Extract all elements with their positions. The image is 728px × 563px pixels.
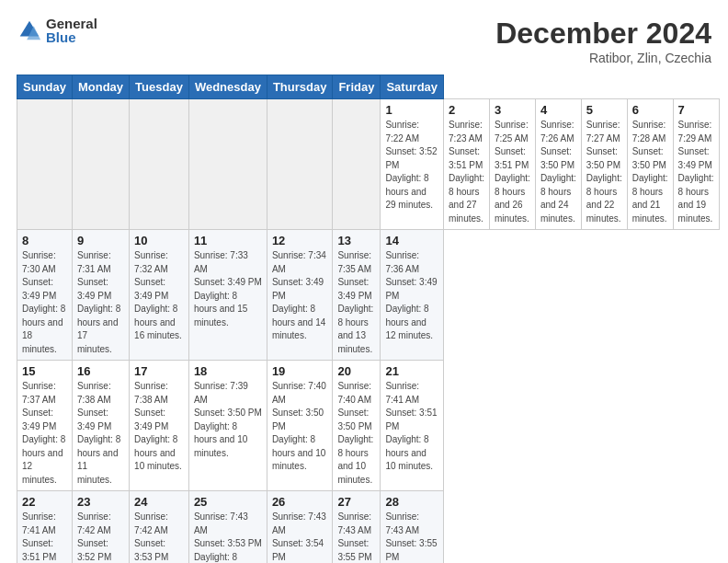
table-row: [267, 99, 333, 230]
day-number: 24: [134, 495, 184, 509]
table-row: 23Sunrise: 7:42 AMSunset: 3:52 PMDayligh…: [72, 491, 129, 564]
day-info: Sunrise: 7:43 AMSunset: 3:55 PMDaylight:…: [385, 511, 437, 563]
location-subtitle: Ratibor, Zlin, Czechia: [495, 51, 711, 65]
day-info: Sunrise: 7:31 AMSunset: 3:49 PMDaylight:…: [77, 250, 120, 354]
table-row: [72, 99, 129, 230]
day-info: Sunrise: 7:43 AMSunset: 3:55 PMDaylight:…: [337, 511, 373, 563]
day-info: Sunrise: 7:27 AMSunset: 3:50 PMDaylight:…: [586, 120, 622, 224]
day-number: 21: [385, 364, 438, 378]
col-sunday: Sunday: [17, 75, 73, 99]
logo-blue: Blue: [46, 30, 97, 44]
table-row: 1Sunrise: 7:22 AMSunset: 3:52 PMDaylight…: [381, 99, 444, 230]
day-number: 25: [194, 495, 262, 509]
day-info: Sunrise: 7:32 AMSunset: 3:49 PMDaylight:…: [134, 250, 182, 340]
month-title: December 2024: [495, 17, 711, 51]
day-info: Sunrise: 7:36 AMSunset: 3:49 PMDaylight:…: [385, 250, 437, 340]
day-number: 13: [337, 234, 375, 247]
day-number: 28: [385, 495, 438, 509]
day-number: 27: [337, 495, 375, 509]
day-info: Sunrise: 7:29 AMSunset: 3:49 PMDaylight:…: [678, 120, 714, 224]
week-row-2: 8Sunrise: 7:30 AMSunset: 3:49 PMDaylight…: [17, 230, 720, 361]
day-info: Sunrise: 7:23 AMSunset: 3:51 PMDaylight:…: [449, 120, 484, 224]
day-number: 5: [586, 103, 622, 117]
day-info: Sunrise: 7:33 AMSunset: 3:49 PMDaylight:…: [194, 250, 262, 327]
table-row: 2Sunrise: 7:23 AMSunset: 3:51 PMDaylight…: [444, 99, 490, 230]
day-info: Sunrise: 7:25 AMSunset: 3:51 PMDaylight:…: [495, 120, 530, 224]
table-row: 5Sunrise: 7:27 AMSunset: 3:50 PMDaylight…: [581, 99, 627, 230]
calendar-page: General Blue December 2024 Ratibor, Zlin…: [0, 0, 728, 563]
day-number: 19: [272, 364, 328, 378]
week-row-4: 22Sunrise: 7:41 AMSunset: 3:51 PMDayligh…: [17, 491, 720, 564]
day-number: 22: [22, 495, 67, 509]
day-info: Sunrise: 7:41 AMSunset: 3:51 PMDaylight:…: [22, 511, 65, 563]
header-row: Sunday Monday Tuesday Wednesday Thursday…: [17, 75, 720, 99]
day-info: Sunrise: 7:40 AMSunset: 3:50 PMDaylight:…: [337, 381, 373, 485]
table-row: 7Sunrise: 7:29 AMSunset: 3:49 PMDaylight…: [673, 99, 719, 230]
table-row: 12Sunrise: 7:34 AMSunset: 3:49 PMDayligh…: [267, 230, 333, 361]
day-info: Sunrise: 7:26 AMSunset: 3:50 PMDaylight:…: [540, 120, 576, 224]
day-info: Sunrise: 7:42 AMSunset: 3:53 PMDaylight:…: [134, 511, 182, 563]
table-row: 14Sunrise: 7:36 AMSunset: 3:49 PMDayligh…: [381, 230, 444, 361]
logo-text: General Blue: [46, 17, 97, 44]
day-info: Sunrise: 7:34 AMSunset: 3:49 PMDaylight:…: [272, 250, 326, 340]
table-row: 17Sunrise: 7:38 AMSunset: 3:49 PMDayligh…: [130, 361, 189, 491]
day-number: 16: [77, 364, 124, 378]
table-row: [130, 99, 189, 230]
day-info: Sunrise: 7:41 AMSunset: 3:51 PMDaylight:…: [385, 381, 437, 471]
table-row: 8Sunrise: 7:30 AMSunset: 3:49 PMDaylight…: [17, 230, 73, 361]
table-row: 27Sunrise: 7:43 AMSunset: 3:55 PMDayligh…: [333, 491, 381, 564]
logo-general: General: [46, 17, 97, 30]
day-number: 26: [272, 495, 328, 509]
day-number: 10: [134, 234, 184, 247]
col-tuesday: Tuesday: [130, 75, 189, 99]
day-number: 4: [540, 103, 576, 117]
table-row: 28Sunrise: 7:43 AMSunset: 3:55 PMDayligh…: [381, 491, 444, 564]
day-info: Sunrise: 7:37 AMSunset: 3:49 PMDaylight:…: [22, 381, 65, 485]
day-info: Sunrise: 7:40 AMSunset: 3:50 PMDaylight:…: [272, 381, 326, 471]
table-row: 11Sunrise: 7:33 AMSunset: 3:49 PMDayligh…: [188, 230, 267, 361]
table-row: 3Sunrise: 7:25 AMSunset: 3:51 PMDaylight…: [489, 99, 535, 230]
logo-icon: [17, 17, 42, 43]
day-info: Sunrise: 7:43 AMSunset: 3:54 PMDaylight:…: [272, 511, 326, 563]
day-number: 2: [449, 103, 484, 117]
day-number: 20: [337, 364, 375, 378]
table-row: 21Sunrise: 7:41 AMSunset: 3:51 PMDayligh…: [381, 361, 444, 491]
title-block: December 2024 Ratibor, Zlin, Czechia: [495, 17, 711, 65]
table-row: 19Sunrise: 7:40 AMSunset: 3:50 PMDayligh…: [267, 361, 333, 491]
table-row: 6Sunrise: 7:28 AMSunset: 3:50 PMDaylight…: [627, 99, 673, 230]
table-row: 13Sunrise: 7:35 AMSunset: 3:49 PMDayligh…: [333, 230, 381, 361]
day-number: 6: [632, 103, 668, 117]
week-row-1: 1Sunrise: 7:22 AMSunset: 3:52 PMDaylight…: [17, 99, 720, 230]
day-number: 9: [77, 234, 124, 247]
table-row: [333, 99, 381, 230]
table-row: 9Sunrise: 7:31 AMSunset: 3:49 PMDaylight…: [72, 230, 129, 361]
col-thursday: Thursday: [267, 75, 333, 99]
day-info: Sunrise: 7:35 AMSunset: 3:49 PMDaylight:…: [337, 250, 373, 354]
day-number: 18: [194, 364, 262, 378]
col-saturday: Saturday: [381, 75, 444, 99]
table-row: 10Sunrise: 7:32 AMSunset: 3:49 PMDayligh…: [130, 230, 189, 361]
day-number: 1: [385, 103, 438, 117]
day-info: Sunrise: 7:30 AMSunset: 3:49 PMDaylight:…: [22, 250, 65, 354]
day-info: Sunrise: 7:22 AMSunset: 3:52 PMDaylight:…: [385, 120, 437, 210]
table-row: 15Sunrise: 7:37 AMSunset: 3:49 PMDayligh…: [17, 361, 73, 491]
table-row: [17, 99, 73, 230]
table-row: 25Sunrise: 7:43 AMSunset: 3:53 PMDayligh…: [188, 491, 267, 564]
day-info: Sunrise: 7:42 AMSunset: 3:52 PMDaylight:…: [77, 511, 120, 563]
col-wednesday: Wednesday: [188, 75, 267, 99]
day-info: Sunrise: 7:38 AMSunset: 3:49 PMDaylight:…: [77, 381, 120, 485]
day-number: 8: [22, 234, 67, 247]
week-row-3: 15Sunrise: 7:37 AMSunset: 3:49 PMDayligh…: [17, 361, 720, 491]
day-number: 15: [22, 364, 67, 378]
table-row: 24Sunrise: 7:42 AMSunset: 3:53 PMDayligh…: [130, 491, 189, 564]
day-number: 14: [385, 234, 438, 247]
logo: General Blue: [17, 17, 97, 44]
col-monday: Monday: [72, 75, 129, 99]
day-info: Sunrise: 7:39 AMSunset: 3:50 PMDaylight:…: [194, 381, 262, 458]
table-row: 16Sunrise: 7:38 AMSunset: 3:49 PMDayligh…: [72, 361, 129, 491]
col-friday: Friday: [333, 75, 381, 99]
day-number: 7: [678, 103, 714, 117]
day-number: 23: [77, 495, 124, 509]
table-row: 26Sunrise: 7:43 AMSunset: 3:54 PMDayligh…: [267, 491, 333, 564]
page-header: General Blue December 2024 Ratibor, Zlin…: [17, 17, 711, 65]
